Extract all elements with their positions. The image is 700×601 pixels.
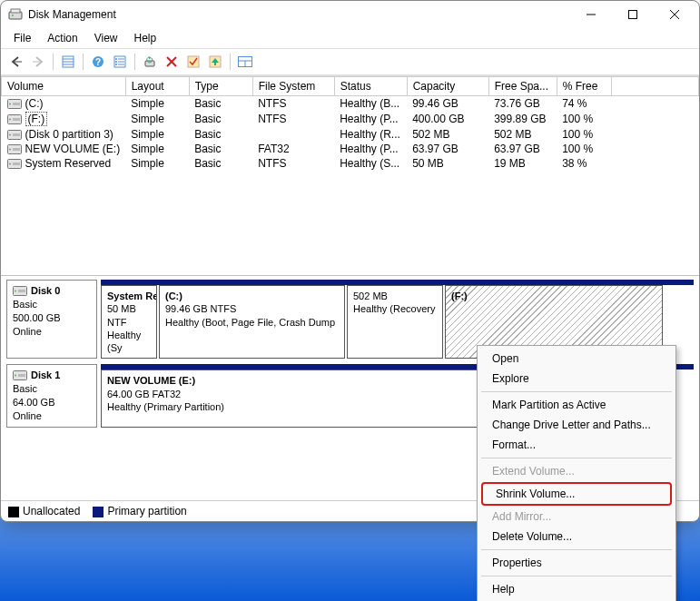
drive-icon bbox=[7, 114, 22, 124]
svg-text:?: ? bbox=[95, 57, 101, 67]
svg-rect-30 bbox=[13, 103, 20, 105]
legend-primary: Primary partition bbox=[93, 505, 186, 517]
cell-capacity: 502 MB bbox=[407, 127, 488, 142]
svg-point-41 bbox=[9, 163, 11, 164]
partition[interactable]: System Re50 MB NTFHealthy (Sy bbox=[101, 285, 157, 359]
partition-title: (F:) bbox=[451, 290, 656, 302]
cell-fs: NTFS bbox=[252, 111, 334, 127]
ctx-format[interactable]: Format... bbox=[479, 435, 674, 455]
cell-layout: Simple bbox=[125, 111, 189, 127]
delete-icon[interactable] bbox=[162, 52, 182, 72]
ctx-shrink-volume[interactable]: Shrink Volume... bbox=[481, 482, 672, 506]
cell-capacity: 50 MB bbox=[407, 156, 488, 171]
svg-point-17 bbox=[115, 58, 117, 60]
menu-action[interactable]: Action bbox=[40, 30, 84, 46]
disk-status: Online bbox=[13, 325, 91, 339]
col-status[interactable]: Status bbox=[334, 77, 407, 96]
settings-list-icon[interactable] bbox=[110, 52, 130, 72]
cell-fs: FAT32 bbox=[252, 142, 334, 156]
svg-point-19 bbox=[115, 64, 117, 65]
svg-point-29 bbox=[9, 103, 11, 104]
svg-rect-33 bbox=[13, 118, 20, 121]
partition-size: 99.46 GB NTFS bbox=[165, 302, 339, 315]
partition[interactable]: 502 MBHealthy (Recovery bbox=[347, 285, 443, 359]
col-capacity[interactable]: Capacity bbox=[407, 77, 488, 96]
disk-status: Online bbox=[13, 409, 91, 423]
ctx-help[interactable]: Help bbox=[479, 579, 674, 599]
menu-view[interactable]: View bbox=[87, 30, 125, 46]
context-menu: Open Explore Mark Partition as Active Ch… bbox=[477, 345, 676, 601]
ctx-add-mirror: Add Mirror... bbox=[479, 507, 674, 527]
drive-icon bbox=[13, 370, 27, 380]
forward-button[interactable] bbox=[28, 52, 48, 72]
col-volume[interactable]: Volume bbox=[2, 77, 126, 96]
disk-type: Basic bbox=[13, 382, 91, 396]
menu-file[interactable]: File bbox=[6, 30, 38, 46]
partition[interactable]: (C:)99.46 GB NTFSHealthy (Boot, Page Fil… bbox=[159, 285, 345, 359]
partition-title: (C:) bbox=[165, 290, 339, 302]
menu-help[interactable]: Help bbox=[127, 30, 164, 46]
check-icon[interactable] bbox=[183, 52, 203, 72]
col-freespace[interactable]: Free Spa... bbox=[488, 77, 557, 96]
ctx-mark-active[interactable]: Mark Partition as Active bbox=[479, 395, 674, 415]
minimize-button[interactable] bbox=[570, 1, 612, 28]
ctx-properties[interactable]: Properties bbox=[479, 553, 674, 573]
svg-rect-42 bbox=[13, 163, 20, 165]
svg-point-47 bbox=[15, 375, 16, 377]
cell-type: Basic bbox=[189, 111, 252, 127]
cell-free: 73.76 GB bbox=[488, 96, 557, 112]
column-headers[interactable]: Volume Layout Type File System Status Ca… bbox=[2, 77, 699, 96]
cell-pct: 38 % bbox=[557, 156, 611, 171]
disk-name: Disk 0 bbox=[31, 284, 60, 298]
ctx-extend-volume: Extend Volume... bbox=[479, 461, 674, 481]
back-button[interactable] bbox=[6, 52, 26, 72]
svg-point-44 bbox=[15, 290, 16, 291]
cell-layout: Simple bbox=[125, 96, 189, 112]
cell-layout: Simple bbox=[125, 142, 189, 156]
volume-name: (C:) bbox=[25, 97, 44, 110]
cell-layout: Simple bbox=[125, 127, 189, 142]
cell-capacity: 99.46 GB bbox=[407, 96, 488, 112]
col-pctfree[interactable]: % Free bbox=[557, 77, 611, 96]
ctx-open[interactable]: Open bbox=[479, 349, 674, 369]
cell-pct: 100 % bbox=[557, 142, 611, 156]
volume-name: (F:) bbox=[25, 112, 48, 126]
svg-rect-23 bbox=[188, 56, 199, 67]
ctx-delete-volume[interactable]: Delete Volume... bbox=[479, 527, 674, 547]
volume-row[interactable]: System ReservedSimpleBasicNTFSHealthy (S… bbox=[2, 156, 699, 171]
up-arrow-icon[interactable] bbox=[205, 52, 225, 72]
app-icon bbox=[8, 7, 23, 22]
volume-name: (Disk 0 partition 3) bbox=[25, 128, 113, 141]
disk-info[interactable]: Disk 0Basic500.00 GBOnline bbox=[6, 280, 97, 359]
volume-row[interactable]: (F:)SimpleBasicNTFSHealthy (P...400.00 G… bbox=[2, 111, 699, 127]
col-filesystem[interactable]: File System bbox=[252, 77, 334, 96]
cell-free: 19 MB bbox=[488, 156, 557, 171]
svg-point-32 bbox=[9, 118, 11, 120]
cell-free: 63.97 GB bbox=[488, 142, 557, 156]
refresh-icon[interactable] bbox=[140, 52, 160, 72]
partition-status: Healthy (Sy bbox=[107, 329, 151, 355]
cell-fs bbox=[252, 127, 334, 142]
ctx-explore[interactable]: Explore bbox=[479, 369, 674, 389]
close-button[interactable] bbox=[654, 1, 695, 28]
detail-view-icon[interactable] bbox=[58, 52, 78, 72]
cell-free: 399.89 GB bbox=[488, 111, 557, 127]
ctx-change-letter[interactable]: Change Drive Letter and Paths... bbox=[479, 415, 674, 435]
layout-icon[interactable] bbox=[235, 52, 255, 72]
col-type[interactable]: Type bbox=[189, 77, 252, 96]
volume-row[interactable]: NEW VOLUME (E:)SimpleBasicFAT32Healthy (… bbox=[2, 142, 699, 156]
cell-capacity: 63.97 GB bbox=[407, 142, 488, 156]
menubar: File Action View Help bbox=[1, 28, 699, 48]
col-layout[interactable]: Layout bbox=[125, 77, 189, 96]
cell-status: Healthy (R... bbox=[334, 127, 407, 142]
maximize-button[interactable] bbox=[612, 1, 654, 28]
cell-status: Healthy (S... bbox=[334, 156, 407, 171]
svg-rect-45 bbox=[18, 290, 25, 292]
cell-capacity: 400.00 GB bbox=[407, 111, 488, 127]
help-icon[interactable]: ? bbox=[88, 52, 108, 72]
volume-row[interactable]: (Disk 0 partition 3)SimpleBasicHealthy (… bbox=[2, 127, 699, 142]
disk-info[interactable]: Disk 1Basic64.00 GBOnline bbox=[6, 364, 97, 427]
volume-list[interactable]: Volume Layout Type File System Status Ca… bbox=[1, 75, 699, 275]
svg-rect-36 bbox=[13, 133, 20, 136]
volume-row[interactable]: (C:)SimpleBasicNTFSHealthy (B...99.46 GB… bbox=[2, 96, 699, 112]
